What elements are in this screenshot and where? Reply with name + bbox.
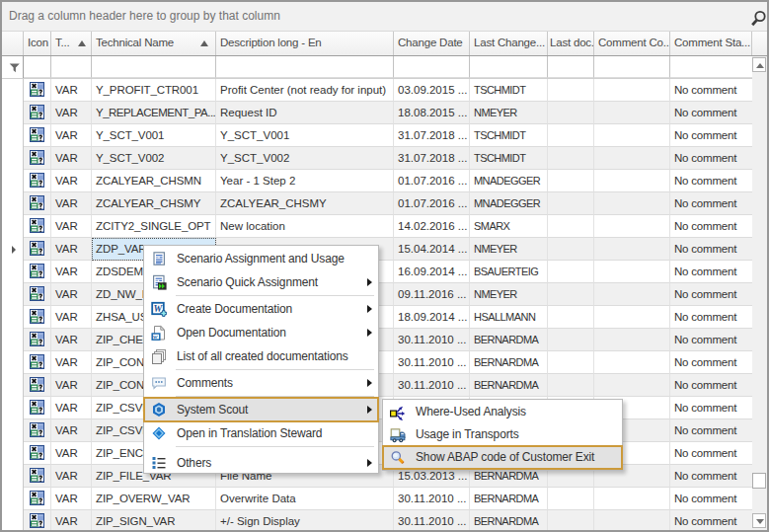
svg-text:w: w (153, 333, 158, 340)
